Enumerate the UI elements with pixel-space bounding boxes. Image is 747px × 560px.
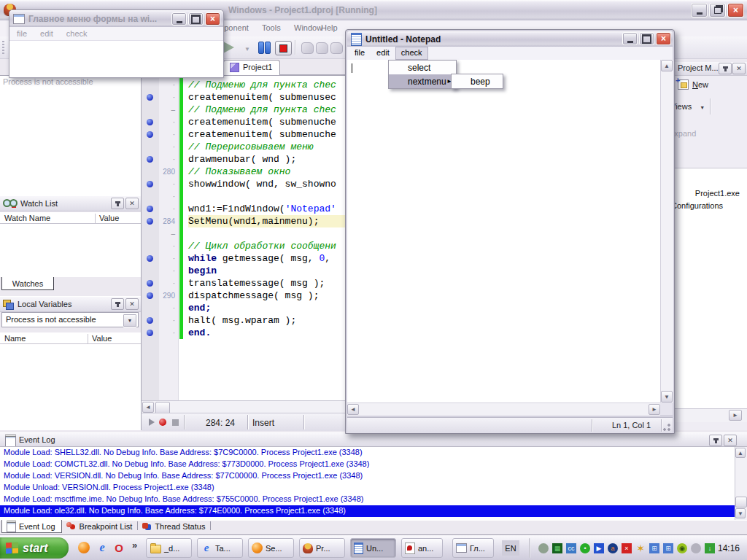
ide-menu-item[interactable]: Tools <box>262 23 281 32</box>
run-dropdown-icon[interactable]: ▼ <box>244 46 250 52</box>
notepad-text-area[interactable] <box>347 60 660 402</box>
notepad-hscrollbar[interactable]: ◄ ► <box>347 402 660 416</box>
compiled-line-dot[interactable] <box>147 206 153 212</box>
notepad-vscrollbar[interactable]: ▲ ▼ <box>660 60 673 402</box>
ide-menu-item[interactable]: Window <box>294 23 322 32</box>
log-entry[interactable]: Module Load: msctfime.ime. No Debug Info… <box>0 494 747 505</box>
new-button[interactable]: New <box>678 79 708 90</box>
menu-item[interactable]: select ► <box>389 61 456 74</box>
log-entry[interactable]: Module Load: ole32.dll. No Debug Info. B… <box>0 505 735 517</box>
column-divider[interactable] <box>88 334 88 345</box>
tray-icon[interactable]: × <box>622 543 632 553</box>
resize-grip[interactable] <box>662 423 671 432</box>
tray-icon[interactable]: ▶ <box>594 543 604 553</box>
tray-icon[interactable] <box>691 543 701 553</box>
bottom-tab[interactable]: Event Log <box>1 520 62 533</box>
tray-icon[interactable]: cc <box>566 543 576 553</box>
pin-icon[interactable] <box>111 298 124 310</box>
pin-icon[interactable] <box>111 198 124 209</box>
task-button[interactable]: e Ta... <box>197 538 243 558</box>
run-button[interactable] <box>223 42 234 53</box>
menu-item[interactable]: beep <box>452 74 503 88</box>
scroll-thumb[interactable] <box>735 497 747 508</box>
minimize-button[interactable] <box>622 32 638 45</box>
notepad-menu-item[interactable]: file <box>349 47 371 60</box>
close-button[interactable]: × <box>656 32 671 45</box>
ide-menu-item[interactable]: Help <box>321 23 338 32</box>
task-button[interactable]: Pr... <box>299 538 345 558</box>
project-tree[interactable]: Project1.exeBuild Configurations <box>673 168 747 409</box>
pin-icon[interactable] <box>719 63 732 74</box>
compiled-line-dot[interactable] <box>147 131 153 138</box>
notepad-menu-item[interactable]: edit <box>371 47 395 60</box>
quicklaunch-opera-icon[interactable]: O <box>112 541 125 554</box>
close-button[interactable]: × <box>205 12 220 26</box>
scroll-right-icon[interactable]: ► <box>649 404 660 415</box>
form-menu-item[interactable]: check <box>66 29 88 40</box>
tree-item[interactable]: Project1.exe <box>695 189 740 198</box>
pause-button[interactable] <box>258 42 264 54</box>
language-indicator[interactable]: EN <box>502 540 519 556</box>
chevron-down-icon[interactable]: ▼ <box>123 314 137 327</box>
tray-icon[interactable]: ▦ <box>552 543 562 553</box>
compiled-line-dot[interactable] <box>147 330 153 336</box>
close-button[interactable]: × <box>727 3 744 18</box>
close-icon[interactable]: ✕ <box>125 298 139 310</box>
task-button[interactable]: Se... <box>248 538 294 558</box>
scroll-up-icon[interactable]: ▲ <box>661 60 673 71</box>
tray-icon[interactable] <box>538 543 549 553</box>
notepad-window[interactable]: Untitled - Notepad × fileeditcheck ▲ ▼ ◄… <box>345 29 675 434</box>
watches-tab[interactable]: Watches <box>1 277 54 290</box>
toolbar-gripper[interactable] <box>2 41 4 55</box>
tray-icon[interactable]: ✶ <box>635 543 646 553</box>
form-menu-item[interactable]: edit <box>40 29 53 40</box>
stop-button[interactable] <box>275 41 292 55</box>
trace-into-icon[interactable] <box>301 42 314 54</box>
compiled-line-dot[interactable] <box>147 280 153 287</box>
tray-icon[interactable]: • <box>580 543 590 553</box>
notepad-menu-item[interactable]: check <box>395 47 428 60</box>
tray-icon[interactable]: ⊞ <box>663 543 673 553</box>
log-entry[interactable]: Module Load: SHELL32.dll. No Debug Info.… <box>0 447 747 459</box>
tray-icon[interactable]: ↓ <box>705 543 715 553</box>
column-divider[interactable] <box>95 214 96 225</box>
minimize-button[interactable] <box>171 12 187 26</box>
close-icon[interactable]: ✕ <box>724 435 737 446</box>
compiled-line-dot[interactable] <box>147 156 153 163</box>
scroll-down-icon[interactable]: ▼ <box>661 391 673 402</box>
scroll-left-icon[interactable]: ◄ <box>347 404 359 415</box>
bottom-tab[interactable]: Breakpoint List <box>62 520 139 532</box>
tray-icon[interactable]: ◉ <box>677 543 687 553</box>
pause-button[interactable] <box>265 42 271 54</box>
bottom-tab[interactable]: Thread Status <box>138 520 211 532</box>
maximize-button[interactable] <box>188 12 204 26</box>
run-until-return-icon[interactable] <box>330 42 343 54</box>
log-entry[interactable]: Module Load: COMCTL32.dll. No Debug Info… <box>0 459 747 470</box>
scroll-up-icon[interactable]: ▲ <box>735 448 746 458</box>
task-button[interactable]: Un... <box>350 538 396 558</box>
log-entry[interactable]: Module Load: VERSION.dll. No Debug Info.… <box>0 470 747 482</box>
tray-icon[interactable]: ⊞ <box>649 543 659 553</box>
locals-body[interactable] <box>0 344 141 430</box>
scroll-right-icon[interactable]: ► <box>729 410 742 421</box>
column-header[interactable]: Value <box>99 214 119 222</box>
quicklaunch-ie-icon[interactable]: e <box>96 541 109 554</box>
compiled-line-dot[interactable] <box>147 119 153 125</box>
log-entry[interactable]: Module Unload: VERSION.dll. Process Proj… <box>0 482 747 494</box>
restore-button[interactable] <box>709 3 726 18</box>
compiled-line-dot[interactable] <box>147 255 153 262</box>
minimize-button[interactable] <box>691 3 708 18</box>
column-header[interactable]: Value <box>92 334 112 343</box>
pm-hscrollbar[interactable]: ► <box>673 408 747 422</box>
close-icon[interactable]: ✕ <box>125 198 139 209</box>
compiled-line-dot[interactable] <box>147 218 153 225</box>
task-button[interactable]: _d... <box>146 538 192 558</box>
quicklaunch-firefox-icon[interactable] <box>77 541 90 554</box>
watch-list-body[interactable] <box>0 224 141 277</box>
tray-icon[interactable]: a <box>608 543 618 553</box>
process-combo[interactable]: Process is not accessible ▼ <box>1 312 139 327</box>
column-header[interactable]: Name <box>4 334 26 343</box>
taskbar-clock[interactable]: 14:16 <box>718 543 740 553</box>
form-window[interactable]: Главное меню формы на wi... × fileeditch… <box>9 9 224 78</box>
event-log-vscrollbar[interactable]: ▲ ▼ <box>735 447 747 520</box>
